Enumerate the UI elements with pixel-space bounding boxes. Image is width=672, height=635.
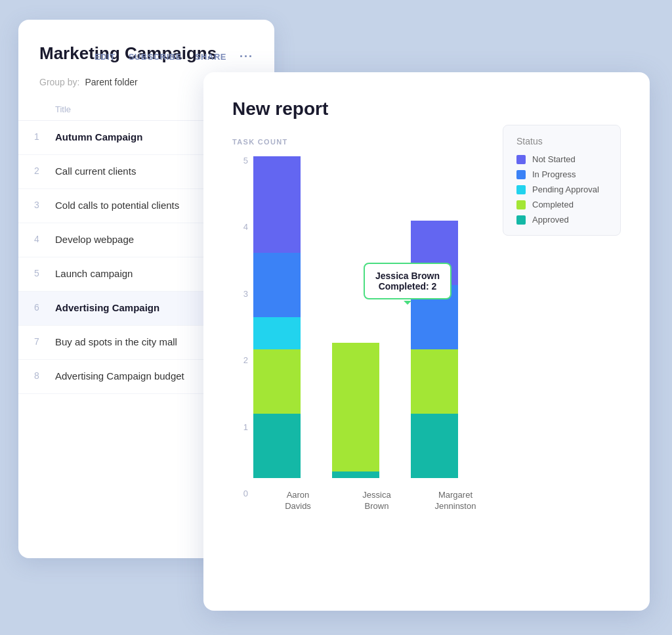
bar-segment-completed xyxy=(253,349,301,414)
bar-segment-approved xyxy=(332,471,379,478)
bar-segment-in-progress xyxy=(253,253,301,317)
bar-segment-approved xyxy=(253,414,301,478)
bar-column xyxy=(332,343,379,478)
bar-column xyxy=(411,221,458,478)
y-label-0: 0 xyxy=(232,489,248,498)
title-column-header: Title xyxy=(55,104,71,114)
bars-group xyxy=(253,156,621,478)
y-label-4: 4 xyxy=(232,223,248,231)
bar-x-label: Aaron Davids xyxy=(274,490,322,512)
y-label-1: 1 xyxy=(232,423,248,431)
report-title: New report xyxy=(232,99,621,120)
x-axis-labels: Aaron DavidsJessica BrownMargaret Jennin… xyxy=(253,483,621,512)
y-label-3: 3 xyxy=(232,290,248,298)
bar-segment-completed xyxy=(332,343,379,471)
back-card-actions: EDIT SUBSCRIBE SHARE ··· xyxy=(94,50,253,64)
subscribe-button[interactable]: SUBSCRIBE xyxy=(129,52,182,62)
y-label-5: 5 xyxy=(232,156,248,165)
bar-segment-completed xyxy=(411,349,458,414)
row-number: 6 xyxy=(18,301,55,313)
share-button[interactable]: SHARE xyxy=(195,52,226,62)
y-label-2: 2 xyxy=(232,356,248,364)
more-options-button[interactable]: ··· xyxy=(240,50,253,64)
row-number: 8 xyxy=(18,369,55,381)
row-number: 1 xyxy=(18,130,55,142)
bar-stack xyxy=(411,221,458,478)
row-number: 7 xyxy=(18,335,55,347)
bar-segment-not-started xyxy=(411,221,458,285)
bar-segment-approved xyxy=(411,414,458,478)
group-by-label: Group by: xyxy=(39,77,79,87)
bars-container: Jessica Brown Completed: 2 Aaron DavidsJ… xyxy=(253,156,621,498)
bar-x-label: Jessica Brown xyxy=(353,490,400,512)
legend-title: Status xyxy=(516,136,607,146)
report-card: New report TASK COUNT Status Not Started… xyxy=(203,72,650,611)
bar-x-label: Margaret Jenninston xyxy=(432,490,479,512)
bar-stack xyxy=(253,156,301,478)
row-number: 3 xyxy=(18,198,55,210)
edit-button[interactable]: EDIT xyxy=(94,52,116,62)
row-number: 5 xyxy=(18,267,55,278)
bar-segment-not-started xyxy=(253,156,301,253)
row-number: 4 xyxy=(18,232,55,244)
bar-stack xyxy=(332,343,379,478)
bar-column xyxy=(253,156,301,478)
bar-segment-pending-approval xyxy=(253,317,301,349)
group-by-value: Parent folder xyxy=(85,77,137,87)
chart-area: 0 1 2 3 4 5 Jessica Brown Completed: 2 A… xyxy=(232,156,621,498)
row-number: 2 xyxy=(18,164,55,176)
bar-segment-in-progress xyxy=(411,285,458,349)
y-axis: 0 1 2 3 4 5 xyxy=(232,156,248,498)
